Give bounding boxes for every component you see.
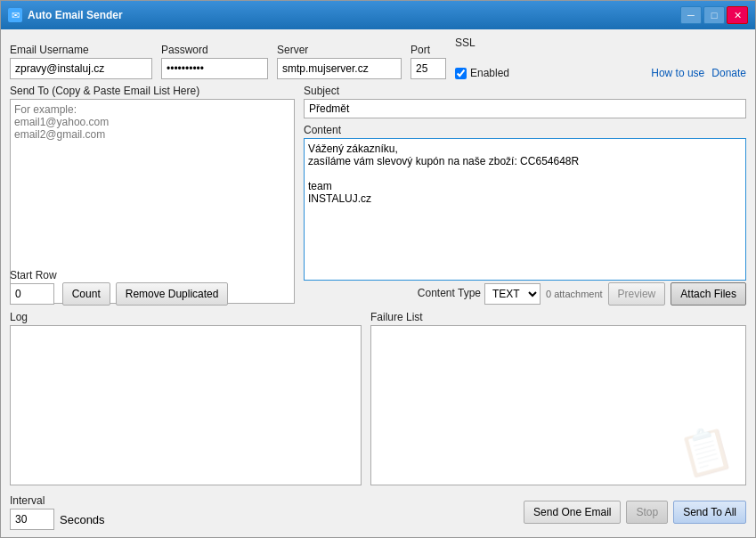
- log-label: Log: [10, 311, 362, 323]
- password-label: Password: [161, 44, 268, 56]
- minimize-button[interactable]: ─: [680, 6, 702, 24]
- ssl-inline: Enabled: [455, 67, 509, 79]
- content-textarea[interactable]: [304, 138, 746, 281]
- controls-row: Start Row Count Remove Duplicated Conten…: [10, 268, 746, 306]
- titlebar: ✉ Auto Email Sender ─ □ ✕: [1, 1, 755, 29]
- ssl-enabled-label: Enabled: [470, 67, 509, 79]
- interval-group: Interval Seconds: [10, 494, 105, 530]
- content-type-select[interactable]: TEXT HTML: [484, 283, 541, 305]
- password-input[interactable]: [161, 58, 268, 79]
- start-row-group: Start Row: [10, 269, 57, 305]
- footer-row: Interval Seconds Send One Email Stop Sen…: [10, 491, 746, 530]
- maximize-button[interactable]: □: [703, 6, 725, 24]
- attachment-count: 0 attachment: [546, 289, 603, 299]
- password-group: Password: [161, 44, 268, 79]
- failure-label: Failure List: [370, 311, 746, 323]
- window-title: Auto Email Sender: [28, 9, 675, 21]
- ssl-label: SSL: [455, 37, 509, 49]
- start-row-input[interactable]: [10, 283, 54, 305]
- ssl-group: SSL Enabled: [455, 37, 509, 79]
- server-input[interactable]: [277, 58, 402, 79]
- how-to-use-link[interactable]: How to use: [651, 67, 704, 79]
- port-group: Port: [411, 44, 446, 79]
- stop-button: Stop: [626, 501, 668, 524]
- port-label: Port: [411, 44, 446, 56]
- preview-button[interactable]: Preview: [608, 282, 666, 306]
- log-panel: Log: [10, 311, 362, 485]
- subject-input[interactable]: [304, 99, 746, 118]
- links-group: How to use Donate: [651, 67, 746, 79]
- content-type-label: Content Type: [418, 287, 481, 299]
- main-window: ✉ Auto Email Sender ─ □ ✕ Email Username…: [0, 0, 756, 538]
- content-label: Content: [304, 124, 746, 136]
- start-row-label: Start Row: [10, 269, 57, 281]
- email-label: Email Username: [10, 44, 152, 56]
- send-one-email-button[interactable]: Send One Email: [524, 501, 621, 524]
- interval-label: Interval: [10, 494, 105, 507]
- app-icon: ✉: [8, 8, 22, 22]
- window-controls: ─ □ ✕: [680, 6, 748, 24]
- send-to-panel: Send To (Copy & Paste Email List Here): [10, 85, 295, 259]
- close-button[interactable]: ✕: [727, 6, 748, 24]
- subject-content-panel: Subject Content: [304, 85, 746, 259]
- server-label: Server: [277, 44, 402, 56]
- port-input[interactable]: [411, 58, 446, 79]
- email-group: Email Username: [10, 44, 152, 79]
- server-group: Server: [277, 44, 402, 79]
- main-panel-row: Send To (Copy & Paste Email List Here) S…: [10, 85, 746, 259]
- send-to-label: Send To (Copy & Paste Email List Here): [10, 85, 295, 97]
- donate-link[interactable]: Donate: [711, 67, 746, 79]
- failure-textarea[interactable]: [370, 325, 746, 485]
- log-textarea[interactable]: [10, 325, 362, 485]
- remove-duplicated-button[interactable]: Remove Duplicated: [116, 282, 229, 306]
- main-content: Email Username Password Server Port SSL …: [1, 29, 755, 537]
- send-to-all-button[interactable]: Send To All: [673, 501, 746, 524]
- failure-panel: Failure List 📋: [370, 311, 746, 485]
- credentials-row: Email Username Password Server Port SSL …: [10, 37, 746, 79]
- subject-label: Subject: [304, 85, 746, 97]
- attach-files-button[interactable]: Attach Files: [671, 282, 746, 306]
- count-button[interactable]: Count: [62, 282, 110, 306]
- footer-buttons: Send One Email Stop Send To All: [524, 501, 746, 524]
- log-failure-row: Log Failure List 📋: [10, 311, 746, 485]
- email-input[interactable]: [10, 58, 152, 79]
- seconds-label: Seconds: [60, 513, 105, 526]
- interval-input[interactable]: [10, 509, 54, 530]
- ssl-checkbox[interactable]: [455, 68, 467, 79]
